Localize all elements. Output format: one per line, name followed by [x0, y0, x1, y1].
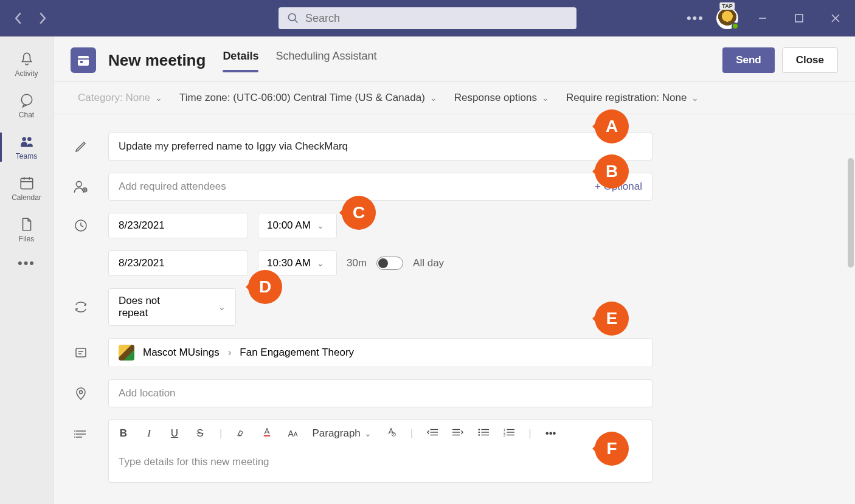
rte-font-color[interactable]: [261, 426, 273, 440]
svg-point-0: [289, 14, 296, 21]
close-button[interactable]: Close: [782, 47, 838, 73]
rte-indent-increase[interactable]: [452, 427, 464, 440]
search-icon: [287, 12, 299, 24]
rail-activity[interactable]: Activity: [0, 44, 54, 85]
breadcrumb-separator: ›: [228, 347, 232, 359]
attendees-placeholder: Add required attendees: [119, 181, 226, 193]
rte-underline[interactable]: U: [168, 427, 181, 440]
pencil-icon: [74, 139, 88, 154]
meeting-icon: [71, 47, 96, 73]
rail-activity-label: Activity: [15, 69, 38, 78]
presence-indicator: [732, 22, 739, 30]
page-title: New meeting: [108, 51, 206, 70]
rail-chat[interactable]: Chat: [0, 85, 54, 126]
svg-point-6: [21, 94, 32, 105]
svg-point-30: [74, 437, 75, 438]
chevron-down-icon: ⌄: [691, 93, 699, 103]
response-options-dropdown[interactable]: Response options⌄: [454, 92, 549, 104]
start-time-input[interactable]: 10:00 AM⌄: [258, 213, 337, 238]
rte-separator: |: [410, 427, 413, 440]
channel-team-name: Mascot MUsings: [143, 347, 220, 359]
send-button[interactable]: Send: [722, 47, 775, 73]
meeting-title-input[interactable]: Update my preferred name to Iggy via Che…: [108, 133, 652, 161]
tab-scheduling-assistant[interactable]: Scheduling Assistant: [275, 50, 376, 71]
svg-rect-9: [21, 178, 33, 188]
svg-rect-3: [795, 15, 803, 22]
svg-rect-21: [76, 348, 86, 357]
start-date-input[interactable]: 8/23/2021: [108, 213, 248, 238]
rail-calendar-label: Calendar: [12, 193, 41, 202]
rte-clear-format[interactable]: [385, 426, 397, 440]
settings-more-icon[interactable]: •••: [687, 10, 704, 26]
rte-indent-decrease[interactable]: [426, 427, 438, 440]
search-box[interactable]: [279, 7, 576, 29]
clock-icon: [74, 218, 88, 233]
recurrence-value: Does not repeat: [119, 295, 192, 319]
end-date-input[interactable]: 8/23/2021: [108, 250, 248, 276]
window-maximize[interactable]: [787, 6, 811, 30]
channel-picker[interactable]: Mascot MUsings › Fan Engagement Theory: [108, 338, 652, 367]
rte-separator: |: [528, 427, 531, 440]
rte-number-list[interactable]: 123: [503, 427, 515, 440]
window-minimize[interactable]: [750, 6, 775, 30]
callout-b: B: [595, 154, 629, 188]
end-time-value: 10:30 AM: [267, 257, 311, 269]
registration-dropdown[interactable]: Require registration: None⌄: [566, 92, 699, 104]
rte-paragraph-label: Paragraph: [312, 427, 360, 440]
svg-line-1: [295, 20, 298, 23]
rte-more[interactable]: •••: [545, 427, 557, 440]
rail-files-label: Files: [19, 235, 34, 243]
recurrence-dropdown[interactable]: Does not repeat⌄: [108, 288, 236, 326]
rail-more[interactable]: •••: [18, 255, 35, 271]
rail-files[interactable]: Files: [0, 209, 54, 250]
meeting-title-value: Update my preferred name to Iggy via Che…: [119, 140, 348, 152]
location-input[interactable]: Add location: [108, 379, 652, 407]
chevron-down-icon: ⌄: [155, 93, 162, 103]
svg-point-42: [479, 434, 480, 436]
tab-details[interactable]: Details: [223, 50, 258, 71]
back-button[interactable]: [11, 11, 26, 26]
svg-rect-15: [80, 61, 83, 63]
rte-italic[interactable]: I: [143, 427, 155, 440]
location-placeholder: Add location: [119, 387, 176, 399]
rte-body[interactable]: Type details for this new meeting: [108, 446, 652, 483]
chevron-down-icon: ⌄: [317, 221, 324, 230]
rte-bold[interactable]: B: [117, 427, 130, 440]
channel-icon: [74, 345, 88, 360]
allday-toggle[interactable]: [376, 257, 403, 270]
chevron-down-icon: ⌄: [317, 258, 324, 268]
scrollbar[interactable]: [848, 158, 854, 268]
rte-highlight[interactable]: [235, 426, 248, 440]
callout-a: A: [595, 109, 629, 143]
window-close[interactable]: [823, 6, 848, 30]
rail-teams[interactable]: Teams: [0, 126, 54, 168]
rte-bullet-list[interactable]: [477, 427, 490, 440]
category-dropdown[interactable]: Category: None⌄: [78, 92, 162, 104]
tap-badge: TAP: [719, 2, 735, 10]
user-avatar[interactable]: TAP: [716, 7, 738, 29]
calendar-icon: [19, 175, 35, 191]
rte-strike[interactable]: S: [194, 427, 206, 440]
callout-d: D: [248, 270, 282, 304]
rte-separator: |: [220, 427, 222, 440]
svg-rect-13: [78, 56, 89, 66]
allday-label: All day: [413, 257, 444, 269]
required-attendees-input[interactable]: Add required attendees + Optional: [108, 173, 652, 201]
svg-point-29: [74, 433, 75, 435]
timezone-dropdown[interactable]: Time zone: (UTC-06:00) Central Time (US …: [179, 92, 437, 104]
callout-e: E: [595, 302, 629, 336]
search-input[interactable]: [305, 12, 568, 25]
channel-name: Fan Engagement Theory: [240, 347, 354, 359]
svg-text:3: 3: [504, 433, 505, 437]
description-icon: [74, 427, 88, 441]
callout-f: F: [595, 432, 629, 466]
svg-point-41: [479, 431, 480, 433]
bell-icon: [19, 51, 35, 67]
forward-button[interactable]: [35, 11, 50, 26]
toggle-knob: [378, 258, 388, 268]
rte-font-size[interactable]: AA: [286, 429, 299, 438]
category-label: Category: None: [78, 92, 150, 104]
rail-calendar[interactable]: Calendar: [0, 168, 54, 209]
rte-paragraph-dropdown[interactable]: Paragraph⌄: [312, 427, 371, 440]
svg-point-40: [479, 429, 480, 430]
